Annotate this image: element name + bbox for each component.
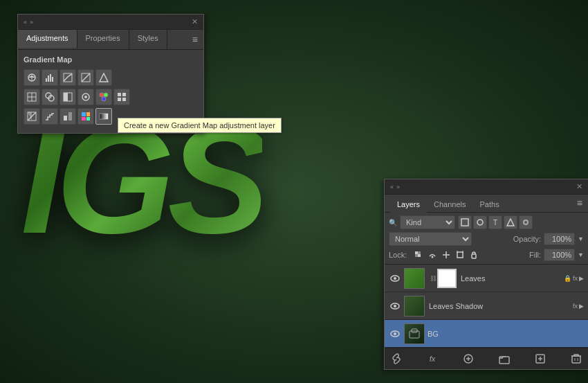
expand-fx-leaves[interactable]: ▶ xyxy=(579,275,584,282)
lock-row: Lock: xyxy=(389,249,584,261)
blend-mode-select[interactable]: Normal xyxy=(389,232,472,246)
filter-smart-icon[interactable] xyxy=(519,215,533,229)
svg-point-52 xyxy=(394,332,396,335)
panel-menu-icon[interactable]: ≡ xyxy=(187,30,203,49)
gradient-map-icon[interactable] xyxy=(95,108,112,125)
gradient-map-tooltip: Create a new Gradient Map adjustment lay… xyxy=(118,118,282,133)
tab-channels[interactable]: Channels xyxy=(427,197,472,212)
svg-rect-43 xyxy=(457,252,463,258)
svg-rect-39 xyxy=(418,251,421,254)
tab-styles[interactable]: Styles xyxy=(129,30,167,49)
layer-thumb-leaves-shadow xyxy=(404,296,425,317)
filter-adjustment-icon[interactable] xyxy=(473,215,487,229)
color-balance-icon[interactable] xyxy=(42,89,58,105)
titlebar-icons: « » xyxy=(24,19,33,26)
layer-item-leaves-shadow[interactable]: Leaves Shadow fx ▶ xyxy=(385,292,588,320)
layers-collapse-icon[interactable]: « xyxy=(390,184,394,190)
tab-adjustments[interactable]: Adjustments xyxy=(18,30,77,49)
svg-rect-3 xyxy=(50,74,51,82)
opacity-input[interactable] xyxy=(544,233,575,245)
posterize-icon[interactable] xyxy=(42,108,58,125)
lock-image-icon[interactable] xyxy=(426,249,439,261)
photo-filter-icon[interactable] xyxy=(77,89,94,105)
svg-rect-2 xyxy=(48,75,49,82)
lock-position-icon[interactable] xyxy=(440,249,452,261)
eye-icon-leaves[interactable] xyxy=(389,272,401,285)
fill-control: Fill: ▼ xyxy=(529,249,584,261)
kind-select[interactable]: Kind xyxy=(400,215,455,229)
exposure-icon[interactable] xyxy=(77,69,94,86)
tab-paths[interactable]: Paths xyxy=(473,197,506,212)
adjustments-panel: « » ✕ Adjustments Properties Styles ≡ Gr… xyxy=(17,14,204,134)
layer-thumb-bg xyxy=(404,323,425,344)
link-layers-button[interactable] xyxy=(389,351,404,366)
svg-rect-26 xyxy=(68,112,72,121)
layer-link-leaves: ⛓ xyxy=(429,268,437,289)
opacity-control: Opacity: ▼ xyxy=(513,233,584,245)
layer-name-leaves: Leaves xyxy=(461,274,564,283)
layer-item-leaves[interactable]: ⛓ Leaves 🔒 fx ▶ xyxy=(385,265,588,292)
layers-tabs: Layers Channels Paths ≡ xyxy=(385,195,588,213)
expand-icon[interactable]: » xyxy=(30,19,33,26)
icon-row-1 xyxy=(24,69,198,86)
add-fx-button[interactable]: fx xyxy=(425,351,440,366)
blend-row: Normal Opacity: ▼ xyxy=(389,232,584,246)
new-layer-button[interactable] xyxy=(533,351,548,366)
smart-filter-icon-leaves: 🔒 xyxy=(564,275,571,282)
vibrance-icon[interactable] xyxy=(95,69,112,86)
color-lookup-icon[interactable] xyxy=(113,89,130,105)
selective-color-icon[interactable] xyxy=(77,108,94,125)
svg-rect-21 xyxy=(122,93,126,96)
svg-rect-14 xyxy=(64,93,68,101)
layers-close-icon[interactable]: ✕ xyxy=(576,182,582,191)
hue-saturation-icon[interactable] xyxy=(24,89,40,105)
layer-name-leaves-shadow: Leaves Shadow xyxy=(429,302,573,310)
eye-icon-bg[interactable] xyxy=(389,328,401,340)
expand-fx-shadow[interactable]: ▶ xyxy=(579,303,584,310)
fill-arrow[interactable]: ▼ xyxy=(578,251,584,258)
filter-type-icon[interactable]: T xyxy=(488,215,502,229)
icon-row-2 xyxy=(24,89,198,105)
black-white-icon[interactable] xyxy=(59,89,76,105)
eye-icon-leaves-shadow[interactable] xyxy=(389,300,401,312)
lock-icons xyxy=(412,249,480,261)
levels-icon[interactable] xyxy=(42,69,58,86)
lock-artboard-icon[interactable] xyxy=(454,249,466,261)
fill-label: Fill: xyxy=(529,251,541,259)
layers-menu-icon[interactable]: ≡ xyxy=(577,197,582,212)
panel-subtitle: Gradient Map xyxy=(24,55,198,64)
new-fill-layer-button[interactable] xyxy=(461,351,476,366)
tab-properties[interactable]: Properties xyxy=(77,30,129,49)
opacity-arrow[interactable]: ▼ xyxy=(578,235,584,242)
svg-rect-25 xyxy=(64,116,67,121)
fx-icon-leaves[interactable]: fx xyxy=(573,275,578,282)
layers-header-icons: « » xyxy=(390,184,400,190)
close-icon[interactable]: ✕ xyxy=(192,17,198,26)
svg-rect-28 xyxy=(86,112,90,116)
threshold-icon[interactable] xyxy=(59,108,76,125)
layer-item-bg[interactable]: BG xyxy=(385,320,588,348)
fx-icon-shadow[interactable]: fx xyxy=(573,303,578,310)
opacity-label: Opacity: xyxy=(513,235,541,243)
layers-expand-icon[interactable]: » xyxy=(396,184,400,190)
fill-input[interactable] xyxy=(544,249,575,261)
channel-mixer-icon[interactable] xyxy=(95,89,112,105)
invert-icon[interactable] xyxy=(24,108,40,125)
svg-point-48 xyxy=(394,277,396,280)
collapse-icon[interactable]: « xyxy=(24,19,27,26)
tab-layers[interactable]: Layers xyxy=(390,197,427,213)
svg-rect-27 xyxy=(82,112,86,116)
layer-right-icons-shadow: fx ▶ xyxy=(573,303,584,310)
lock-all-icon[interactable] xyxy=(468,249,480,261)
curves-icon[interactable] xyxy=(59,69,76,86)
filter-shape-icon[interactable] xyxy=(504,215,517,229)
layers-panel: « » ✕ Layers Channels Paths ≡ 🔍 Kind xyxy=(384,179,588,370)
delete-layer-button[interactable] xyxy=(569,351,584,366)
kind-row: 🔍 Kind T xyxy=(389,215,584,229)
filter-pixel-icon[interactable] xyxy=(458,215,472,229)
brightness-contrast-icon[interactable] xyxy=(24,69,40,86)
new-group-button[interactable] xyxy=(497,351,512,366)
svg-rect-30 xyxy=(86,117,90,121)
lock-transparent-icon[interactable] xyxy=(412,249,425,261)
svg-rect-22 xyxy=(118,98,121,101)
